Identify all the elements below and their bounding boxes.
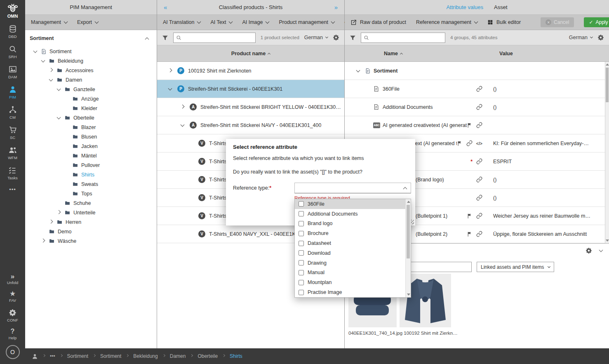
option-checkbox[interactable] xyxy=(299,250,304,256)
sidebar-item-cm[interactable]: CM xyxy=(9,106,17,120)
scroll-up-icon[interactable] xyxy=(606,63,609,66)
flag-icon[interactable] xyxy=(467,122,473,128)
tab-asset[interactable]: Asset xyxy=(494,4,508,10)
flag-icon[interactable] xyxy=(467,213,473,219)
product-search-input[interactable] xyxy=(184,35,253,40)
chevron-right-icon[interactable] xyxy=(49,68,53,72)
table-row[interactable]: P100192 Shirt mit Zierknoten xyxy=(157,62,344,80)
attribute-row[interactable]: 360File () xyxy=(345,80,609,98)
attribute-row[interactable]: ABCAI generated creativetext (AI generat… xyxy=(345,116,609,134)
chevron-down-icon[interactable] xyxy=(57,87,61,91)
chevron-down-icon[interactable] xyxy=(49,77,53,81)
tree-item[interactable]: Damen xyxy=(25,75,157,85)
option-checkbox[interactable] xyxy=(299,280,304,285)
tree-item[interactable]: Kleider xyxy=(25,103,157,113)
attribute-value[interactable]: ESPRIT xyxy=(493,159,609,164)
table-row-selected[interactable]: PStreifen-Shirt mit Stickerei - 040EE1K3… xyxy=(157,80,344,98)
expand-right-icon[interactable]: » xyxy=(334,4,338,11)
sidebar-item-more[interactable]: ••• xyxy=(9,186,16,193)
scrollbar-thumb[interactable] xyxy=(606,68,609,102)
product-management-button[interactable]: Product management xyxy=(279,19,334,25)
tree-item[interactable]: Accessoires xyxy=(25,66,157,75)
gear-icon[interactable] xyxy=(597,34,604,41)
unlink-icon[interactable] xyxy=(476,195,482,201)
flag-icon[interactable] xyxy=(467,231,473,237)
tree-item[interactable]: Jacken xyxy=(25,141,157,151)
language-select[interactable]: German xyxy=(569,35,593,40)
unlink-icon[interactable] xyxy=(466,140,473,146)
column-product-name[interactable]: Product name xyxy=(231,51,266,56)
option-checkbox[interactable] xyxy=(299,290,304,295)
sidebar-item-fav[interactable]: ★ FAV xyxy=(9,291,16,303)
chevron-right-icon[interactable] xyxy=(41,238,45,242)
tree-item[interactable]: Ganzteile xyxy=(25,85,157,94)
attribute-value[interactable]: () xyxy=(493,86,609,92)
export-menu-button[interactable]: Export xyxy=(77,19,98,25)
tree-item[interactable]: Blusen xyxy=(25,132,157,141)
raw-data-button[interactable]: Raw data of product xyxy=(350,19,406,26)
sidebar-item-conf[interactable]: CONF xyxy=(7,309,18,322)
dropdown-option-360file[interactable]: 360File xyxy=(295,199,411,209)
chevron-down-icon[interactable] xyxy=(181,122,185,127)
bulk-editor-button[interactable]: Bulk editor xyxy=(487,19,521,25)
chevron-down-icon[interactable] xyxy=(33,49,38,53)
dropdown-option[interactable]: Download xyxy=(295,248,411,258)
scroll-down-icon[interactable] xyxy=(606,240,609,242)
dropdown-option[interactable]: Additional Documents xyxy=(295,209,411,219)
tab-attribute-values[interactable]: Attribute values xyxy=(446,4,483,10)
collapse-left-icon[interactable]: « xyxy=(164,4,167,11)
column-value[interactable]: Value xyxy=(499,51,513,56)
breadcrumb-item[interactable]: Sortiment xyxy=(67,353,88,359)
attribute-value[interactable]: () xyxy=(493,195,609,201)
management-menu-button[interactable]: Management xyxy=(31,19,67,25)
breadcrumb-item-current[interactable]: Shirts xyxy=(230,353,242,359)
table-row[interactable]: AStreifen-Shirt mit Stickerei BRIGHT YEL… xyxy=(157,98,344,116)
code-icon[interactable]: </> xyxy=(476,141,482,146)
vertical-scrollbar[interactable] xyxy=(605,62,609,243)
chevron-down-icon[interactable] xyxy=(599,248,603,252)
flag-icon[interactable] xyxy=(457,141,463,146)
breadcrumb-item[interactable]: Damen xyxy=(170,353,186,359)
collapse-icon[interactable] xyxy=(145,37,149,41)
tree-item[interactable]: Anzüge xyxy=(25,94,157,103)
sidebar-item-dam[interactable]: DAM xyxy=(8,65,17,79)
tree-item[interactable]: Oberteile xyxy=(25,113,157,122)
dropdown-option[interactable]: Drawing xyxy=(295,258,411,268)
tree-item[interactable]: Bekleidung xyxy=(25,56,157,66)
tree-header[interactable]: Sortiment xyxy=(25,30,157,47)
unlink-icon[interactable] xyxy=(476,231,482,237)
tree-item[interactable]: Schuhe xyxy=(25,198,157,208)
sidebar-item-dbd[interactable]: DBD xyxy=(8,25,16,39)
tree-item[interactable]: Tops xyxy=(25,189,157,198)
ai-image-button[interactable]: AI Image xyxy=(242,19,269,25)
unlink-icon[interactable] xyxy=(476,213,482,219)
dropdown-option[interactable]: Brand logo xyxy=(295,219,411,229)
option-checkbox[interactable] xyxy=(299,211,304,216)
breadcrumb-more[interactable]: ••• xyxy=(50,353,55,359)
chevron-down-icon[interactable] xyxy=(57,115,61,119)
sidebar-item-unfold[interactable]: » Unfold xyxy=(7,274,18,285)
attribute-value[interactable]: Weicher Jersey aus reiner Baumwolle m… xyxy=(493,213,609,219)
gear-icon[interactable] xyxy=(333,34,339,41)
table-row[interactable]: AStreifen-Shirt mit Stickerei NAVY - 040… xyxy=(157,116,344,134)
scroll-down-icon[interactable] xyxy=(407,294,410,296)
unlink-icon[interactable] xyxy=(476,86,482,92)
attribute-search-input[interactable] xyxy=(372,35,442,40)
option-checkbox[interactable] xyxy=(299,231,304,236)
breadcrumb-item[interactable]: Bekleidung xyxy=(133,353,158,359)
option-checkbox[interactable] xyxy=(299,221,304,226)
chevron-down-icon[interactable] xyxy=(356,68,360,72)
option-checkbox[interactable] xyxy=(299,201,304,207)
user-avatar[interactable]: O xyxy=(6,345,20,359)
breadcrumb-item[interactable]: Oberteile xyxy=(198,353,218,359)
unlink-icon[interactable] xyxy=(476,122,482,128)
filter-icon[interactable] xyxy=(162,35,168,41)
unlink-icon[interactable] xyxy=(476,176,482,183)
language-select[interactable]: German xyxy=(304,35,328,40)
tree-item[interactable]: Unterteile xyxy=(25,208,157,217)
ai-text-button[interactable]: AI Text xyxy=(210,19,232,25)
unlink-icon[interactable] xyxy=(476,158,482,164)
dropdown-scrollbar[interactable] xyxy=(405,199,411,297)
linked-assets-filter-select[interactable]: Linked assets and PIM items xyxy=(477,262,554,272)
sidebar-item-sc[interactable]: SC xyxy=(9,126,17,140)
